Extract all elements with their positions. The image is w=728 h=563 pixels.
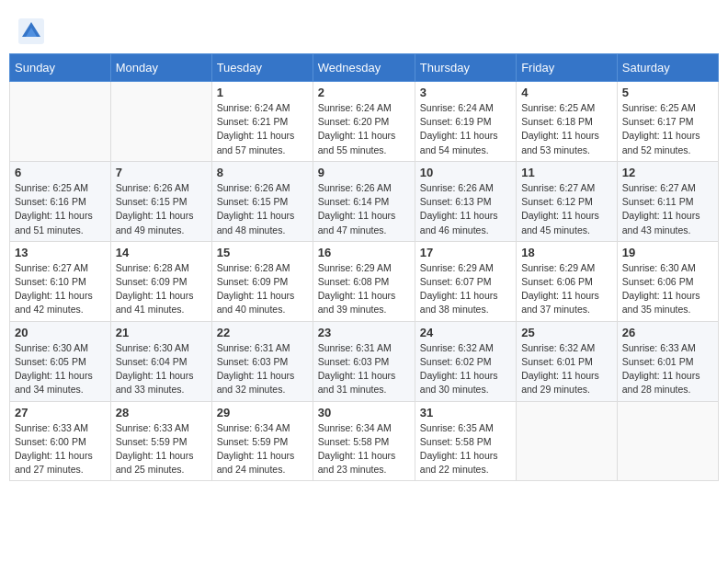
calendar-cell: 14Sunrise: 6:28 AMSunset: 6:09 PMDayligh… — [110, 241, 211, 321]
day-info: Sunrise: 6:35 AMSunset: 5:58 PMDaylight:… — [420, 421, 511, 477]
calendar-week-row: 6Sunrise: 6:25 AMSunset: 6:16 PMDaylight… — [10, 161, 719, 241]
weekday-header: Saturday — [617, 54, 718, 82]
day-info: Sunrise: 6:30 AMSunset: 6:05 PMDaylight:… — [15, 341, 106, 397]
day-info: Sunrise: 6:25 AMSunset: 6:18 PMDaylight:… — [521, 101, 612, 157]
calendar-cell: 5Sunrise: 6:25 AMSunset: 6:17 PMDaylight… — [617, 82, 718, 162]
weekday-header: Wednesday — [313, 54, 415, 82]
calendar-cell — [617, 401, 718, 481]
day-info: Sunrise: 6:34 AMSunset: 5:59 PMDaylight:… — [217, 421, 308, 477]
day-info: Sunrise: 6:28 AMSunset: 6:09 PMDaylight:… — [217, 261, 308, 317]
day-info: Sunrise: 6:26 AMSunset: 6:15 PMDaylight:… — [217, 181, 308, 237]
calendar-cell: 4Sunrise: 6:25 AMSunset: 6:18 PMDaylight… — [517, 82, 618, 162]
day-number: 7 — [116, 166, 207, 179]
day-number: 26 — [622, 326, 713, 339]
day-number: 2 — [318, 86, 410, 99]
calendar-cell: 1Sunrise: 6:24 AMSunset: 6:21 PMDaylight… — [211, 82, 313, 162]
calendar-cell: 16Sunrise: 6:29 AMSunset: 6:08 PMDayligh… — [313, 241, 415, 321]
day-number: 31 — [420, 406, 511, 419]
weekday-header: Tuesday — [211, 54, 313, 82]
calendar-week-row: 27Sunrise: 6:33 AMSunset: 6:00 PMDayligh… — [10, 401, 719, 481]
day-info: Sunrise: 6:31 AMSunset: 6:03 PMDaylight:… — [318, 341, 410, 397]
calendar-cell: 17Sunrise: 6:29 AMSunset: 6:07 PMDayligh… — [415, 241, 516, 321]
day-info: Sunrise: 6:32 AMSunset: 6:01 PMDaylight:… — [521, 341, 612, 397]
day-info: Sunrise: 6:33 AMSunset: 5:59 PMDaylight:… — [116, 421, 207, 477]
day-info: Sunrise: 6:25 AMSunset: 6:16 PMDaylight:… — [15, 181, 106, 237]
calendar-cell: 18Sunrise: 6:29 AMSunset: 6:06 PMDayligh… — [517, 241, 618, 321]
calendar-cell: 21Sunrise: 6:30 AMSunset: 6:04 PMDayligh… — [110, 321, 211, 401]
day-number: 29 — [217, 406, 308, 419]
day-number: 12 — [622, 166, 713, 179]
calendar-cell: 20Sunrise: 6:30 AMSunset: 6:05 PMDayligh… — [10, 321, 111, 401]
day-info: Sunrise: 6:24 AMSunset: 6:19 PMDaylight:… — [420, 101, 511, 157]
day-info: Sunrise: 6:29 AMSunset: 6:07 PMDaylight:… — [420, 261, 511, 317]
weekday-header: Thursday — [415, 54, 516, 82]
day-info: Sunrise: 6:33 AMSunset: 6:01 PMDaylight:… — [622, 341, 713, 397]
calendar-cell — [110, 82, 211, 162]
calendar-cell: 7Sunrise: 6:26 AMSunset: 6:15 PMDaylight… — [110, 161, 211, 241]
calendar-cell: 11Sunrise: 6:27 AMSunset: 6:12 PMDayligh… — [517, 161, 618, 241]
calendar-cell: 26Sunrise: 6:33 AMSunset: 6:01 PMDayligh… — [617, 321, 718, 401]
day-number: 25 — [521, 326, 612, 339]
day-number: 23 — [318, 326, 410, 339]
calendar-cell: 23Sunrise: 6:31 AMSunset: 6:03 PMDayligh… — [313, 321, 415, 401]
calendar-cell: 24Sunrise: 6:32 AMSunset: 6:02 PMDayligh… — [415, 321, 516, 401]
day-info: Sunrise: 6:26 AMSunset: 6:15 PMDaylight:… — [116, 181, 207, 237]
day-number: 3 — [420, 86, 511, 99]
calendar-header-row: SundayMondayTuesdayWednesdayThursdayFrid… — [10, 54, 719, 82]
day-number: 28 — [116, 406, 207, 419]
day-info: Sunrise: 6:30 AMSunset: 6:06 PMDaylight:… — [622, 261, 713, 317]
calendar-cell: 10Sunrise: 6:26 AMSunset: 6:13 PMDayligh… — [415, 161, 516, 241]
day-info: Sunrise: 6:27 AMSunset: 6:11 PMDaylight:… — [622, 181, 713, 237]
day-number: 10 — [420, 166, 511, 179]
calendar-cell: 30Sunrise: 6:34 AMSunset: 5:58 PMDayligh… — [313, 401, 415, 481]
day-info: Sunrise: 6:24 AMSunset: 6:20 PMDaylight:… — [318, 101, 410, 157]
calendar-cell: 6Sunrise: 6:25 AMSunset: 6:16 PMDaylight… — [10, 161, 111, 241]
calendar-cell — [10, 82, 111, 162]
calendar-cell: 3Sunrise: 6:24 AMSunset: 6:19 PMDaylight… — [415, 82, 516, 162]
day-number: 6 — [15, 166, 106, 179]
day-number: 14 — [116, 246, 207, 259]
day-info: Sunrise: 6:27 AMSunset: 6:10 PMDaylight:… — [15, 261, 106, 317]
day-number: 20 — [15, 326, 106, 339]
calendar-cell: 29Sunrise: 6:34 AMSunset: 5:59 PMDayligh… — [211, 401, 313, 481]
day-number: 17 — [420, 246, 511, 259]
calendar-week-row: 13Sunrise: 6:27 AMSunset: 6:10 PMDayligh… — [10, 241, 719, 321]
calendar-table: SundayMondayTuesdayWednesdayThursdayFrid… — [9, 53, 719, 481]
day-info: Sunrise: 6:32 AMSunset: 6:02 PMDaylight:… — [420, 341, 511, 397]
calendar-cell: 2Sunrise: 6:24 AMSunset: 6:20 PMDaylight… — [313, 82, 415, 162]
day-info: Sunrise: 6:25 AMSunset: 6:17 PMDaylight:… — [622, 101, 713, 157]
weekday-header: Friday — [517, 54, 618, 82]
calendar-cell: 27Sunrise: 6:33 AMSunset: 6:00 PMDayligh… — [10, 401, 111, 481]
day-info: Sunrise: 6:34 AMSunset: 5:58 PMDaylight:… — [318, 421, 410, 477]
day-info: Sunrise: 6:31 AMSunset: 6:03 PMDaylight:… — [217, 341, 308, 397]
day-number: 27 — [15, 406, 106, 419]
logo — [18, 18, 48, 44]
calendar-cell: 28Sunrise: 6:33 AMSunset: 5:59 PMDayligh… — [110, 401, 211, 481]
day-number: 1 — [217, 86, 308, 99]
day-number: 16 — [318, 246, 410, 259]
calendar-cell: 8Sunrise: 6:26 AMSunset: 6:15 PMDaylight… — [211, 161, 313, 241]
day-number: 15 — [217, 246, 308, 259]
day-number: 11 — [521, 166, 612, 179]
calendar-cell: 15Sunrise: 6:28 AMSunset: 6:09 PMDayligh… — [211, 241, 313, 321]
calendar-cell: 13Sunrise: 6:27 AMSunset: 6:10 PMDayligh… — [10, 241, 111, 321]
day-number: 30 — [318, 406, 410, 419]
day-info: Sunrise: 6:27 AMSunset: 6:12 PMDaylight:… — [521, 181, 612, 237]
day-info: Sunrise: 6:29 AMSunset: 6:06 PMDaylight:… — [521, 261, 612, 317]
day-number: 8 — [217, 166, 308, 179]
day-number: 19 — [622, 246, 713, 259]
calendar-cell: 9Sunrise: 6:26 AMSunset: 6:14 PMDaylight… — [313, 161, 415, 241]
day-number: 18 — [521, 246, 612, 259]
calendar-cell: 12Sunrise: 6:27 AMSunset: 6:11 PMDayligh… — [617, 161, 718, 241]
day-info: Sunrise: 6:24 AMSunset: 6:21 PMDaylight:… — [217, 101, 308, 157]
logo-icon — [18, 18, 44, 44]
day-info: Sunrise: 6:26 AMSunset: 6:14 PMDaylight:… — [318, 181, 410, 237]
day-number: 9 — [318, 166, 410, 179]
calendar-cell — [517, 401, 618, 481]
day-number: 4 — [521, 86, 612, 99]
calendar-week-row: 1Sunrise: 6:24 AMSunset: 6:21 PMDaylight… — [10, 82, 719, 162]
day-number: 24 — [420, 326, 511, 339]
day-info: Sunrise: 6:30 AMSunset: 6:04 PMDaylight:… — [116, 341, 207, 397]
weekday-header: Sunday — [10, 54, 111, 82]
page-header — [9, 9, 719, 49]
